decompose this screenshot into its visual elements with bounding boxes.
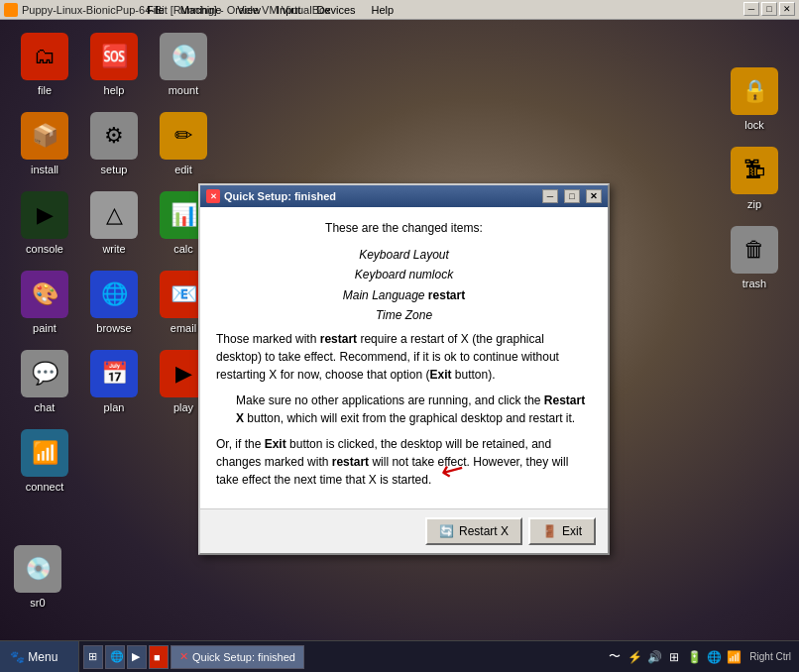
dialog-section3: Or, if the Exit button is clicked, the d… (216, 435, 592, 489)
mount-icon: 💿 (160, 33, 207, 80)
edit-icon: ✏ (160, 112, 207, 160)
window-controls: ─ □ ✕ (743, 2, 795, 16)
lock-icon: 🔒 (731, 67, 778, 115)
browse-icon: 🌐 (90, 271, 138, 318)
menu-file[interactable]: File (139, 2, 172, 18)
taskbar-icon-browser[interactable]: 🌐 (105, 645, 125, 669)
dialog-title-text: Quick Setup: finished (224, 190, 536, 202)
write-icon: △ (90, 191, 138, 239)
icon-paint-label: paint (33, 322, 57, 334)
right-ctrl-label: Right Ctrl (749, 651, 791, 662)
dialog-section1: Those marked with restart require a rest… (216, 330, 592, 384)
start-menu-button[interactable]: 🐾 Menu (0, 641, 79, 672)
icon-paint[interactable]: 🎨 paint (10, 263, 79, 342)
icon-file-label: file (38, 84, 52, 96)
exit-icon: 🚪 (542, 523, 558, 539)
audio-wave-icon: 〜 (607, 649, 623, 665)
taskbar-icon-terminal[interactable]: ▶ (127, 645, 147, 669)
icon-zip[interactable]: 🗜 zip (720, 139, 789, 218)
icon-sr0-label: sr0 (30, 597, 45, 609)
taskbar-tray: 〜 ⚡ 🔊 ⊞ 🔋 🌐 📶 Right Ctrl (599, 649, 799, 665)
icon-setup-label: setup (101, 164, 128, 175)
desktop: Puppy-Linux-BionicPup-64-Bit [Running] -… (0, 0, 799, 672)
icon-install-label: install (31, 164, 58, 175)
icon-browse-label: browse (96, 322, 131, 334)
icon-trash-label: trash (742, 278, 766, 289)
icon-lock-label: lock (744, 119, 764, 131)
icon-mount-label: mount (169, 84, 199, 96)
dialog-title-icon: ✕ (206, 189, 220, 203)
changed-item-3-restart: restart (428, 288, 465, 302)
active-window-label: Quick Setup: finished (192, 651, 295, 663)
menu-help[interactable]: Help (364, 2, 402, 18)
icon-setup[interactable]: ⚙ setup (79, 104, 149, 183)
icon-lock[interactable]: 🔒 lock (720, 59, 789, 139)
changed-item-2: Keyboard numlock (355, 268, 453, 281)
quick-setup-dialog: ✕ Quick Setup: finished ─ □ ✕ These are … (198, 183, 610, 555)
files-icon: ■ (154, 651, 161, 663)
zip-icon: 🗜 (731, 147, 778, 194)
menu-input[interactable]: Input (269, 2, 308, 18)
exit-label: Exit (562, 524, 582, 538)
icon-trash[interactable]: 🗑 trash (720, 218, 789, 297)
changed-item-3-prefix: Main Language (343, 288, 428, 302)
dialog-maximize-button[interactable]: □ (564, 189, 580, 203)
icon-zip-label: zip (747, 198, 761, 210)
install-icon: 📦 (21, 112, 68, 160)
setup-icon: ⚙ (90, 112, 138, 160)
taskbar-icon-apps[interactable]: ⊞ (83, 645, 103, 669)
icon-console[interactable]: ▶ console (10, 183, 79, 263)
icon-chat[interactable]: 💬 chat (10, 342, 79, 421)
dialog-close-button[interactable]: ✕ (586, 189, 602, 203)
taskbar: 🐾 Menu ⊞ 🌐 ▶ ■ ✕ Quick Setup: finished 〜… (0, 640, 799, 672)
dialog-footer: 🔄 Restart X 🚪 Exit (200, 508, 608, 553)
dialog-section2: Make sure no other applications are runn… (236, 392, 592, 427)
menu-bar: File Machine View Input Devices Help (0, 0, 401, 20)
dialog-minimize-button[interactable]: ─ (542, 189, 558, 203)
menu-machine[interactable]: Machine (172, 2, 230, 18)
icon-edit[interactable]: ✏ edit (149, 104, 218, 183)
dialog-titlebar: ✕ Quick Setup: finished ─ □ ✕ (200, 185, 608, 207)
taskbar-icon-files[interactable]: ■ (149, 645, 169, 669)
right-icon-group: 🔒 lock 🗜 zip 🗑 trash (720, 59, 789, 297)
trash-icon: 🗑 (731, 226, 778, 274)
taskbar-items: ⊞ 🌐 ▶ ■ ✕ Quick Setup: finished (79, 641, 599, 672)
chat-icon: 💬 (21, 350, 68, 397)
sr0-icon: 💿 (14, 545, 61, 593)
console-icon: ▶ (21, 191, 68, 239)
icon-help[interactable]: 🆘 help (79, 25, 149, 104)
dialog-intro-text: These are the changed items: (216, 219, 592, 237)
minimize-button[interactable]: ─ (743, 2, 759, 16)
tray-icon-6: 📶 (726, 649, 742, 665)
taskbar-active-window[interactable]: ✕ Quick Setup: finished (171, 645, 304, 669)
exit-bold-2: Exit (265, 437, 286, 451)
file-icon: 🗂 (21, 33, 68, 80)
menu-devices[interactable]: Devices (308, 2, 363, 18)
icon-browse[interactable]: 🌐 browse (79, 263, 149, 342)
changed-item-1: Keyboard Layout (359, 248, 449, 262)
maximize-button[interactable]: □ (761, 2, 777, 16)
exit-button[interactable]: 🚪 Exit (528, 517, 596, 545)
changed-items-list: Keyboard Layout Keyboard numlock Main La… (216, 245, 592, 326)
start-label: 🐾 Menu (10, 650, 57, 664)
menu-view[interactable]: View (229, 2, 269, 18)
browser-icon: 🌐 (110, 650, 124, 663)
restart-bold-2: restart (332, 455, 369, 469)
dialog-body: These are the changed items: Keyboard La… (200, 207, 608, 508)
restart-x-button[interactable]: 🔄 Restart X (425, 517, 522, 545)
icon-chat-label: chat (35, 401, 56, 413)
connect-icon: 📶 (21, 429, 68, 477)
window-titlebar: Puppy-Linux-BionicPup-64-Bit [Running] -… (0, 0, 799, 20)
tray-icon-3: ⊞ (666, 649, 682, 665)
icon-file[interactable]: 🗂 file (10, 25, 79, 104)
icon-write-label: write (102, 243, 125, 255)
close-button[interactable]: ✕ (779, 2, 795, 16)
icon-mount[interactable]: 💿 mount (149, 25, 218, 104)
icon-write[interactable]: △ write (79, 183, 149, 263)
icon-install[interactable]: 📦 install (10, 104, 79, 183)
exit-bold-1: Exit (429, 368, 451, 382)
icon-plan[interactable]: 📅 plan (79, 342, 149, 421)
icon-connect[interactable]: 📶 connect (10, 421, 79, 501)
icon-sr0[interactable]: 💿 sr0 (10, 541, 65, 613)
icon-edit-label: edit (174, 164, 192, 175)
